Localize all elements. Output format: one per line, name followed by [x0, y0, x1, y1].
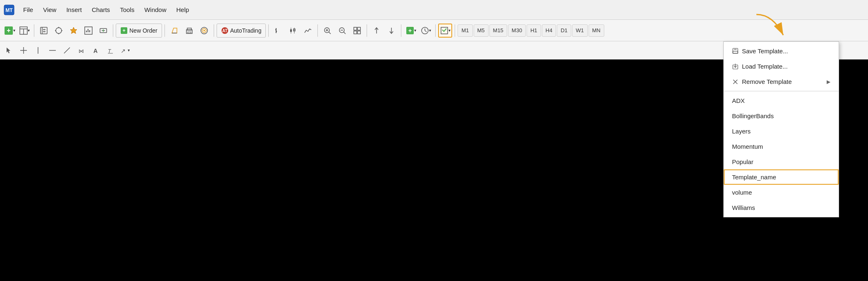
star-btn[interactable] [67, 24, 81, 38]
dropdown-williams[interactable]: Williams [724, 200, 839, 215]
sep5 [268, 24, 269, 37]
sep6 [317, 24, 318, 37]
hline-btn[interactable] [46, 44, 59, 57]
tf-w1[interactable]: W1 [572, 24, 588, 37]
window-btn[interactable]: ▾ [17, 24, 31, 38]
layers-label: Layers [732, 128, 751, 135]
menu-bar: MT File View Insert Charts Tools Window … [0, 0, 868, 20]
adx-label: ADX [732, 97, 745, 104]
eraser-btn[interactable] [167, 24, 181, 38]
svg-text:⋈: ⋈ [79, 48, 84, 54]
navigator-btn[interactable] [37, 24, 51, 38]
svg-text:AT: AT [222, 29, 227, 33]
candle-chart-btn[interactable] [286, 24, 300, 38]
vline-btn[interactable] [31, 44, 45, 57]
tf-m30[interactable]: M30 [508, 24, 526, 37]
scroll-left-btn[interactable] [370, 24, 384, 38]
dropdown-momentum[interactable]: Momentum [724, 139, 839, 154]
zoom-in-btn[interactable] [320, 24, 334, 38]
radio-btn[interactable] [197, 24, 211, 38]
svg-rect-29 [187, 28, 191, 30]
svg-rect-52 [354, 31, 357, 34]
new-order-btn[interactable]: + New Order [116, 24, 162, 38]
svg-line-67 [64, 48, 70, 53]
tf-m1[interactable]: M1 [458, 24, 472, 37]
sep7 [367, 24, 367, 37]
trendline-btn[interactable] [60, 44, 74, 57]
menu-file[interactable]: File [18, 5, 38, 15]
svg-rect-50 [354, 27, 357, 30]
menu-view[interactable]: View [38, 5, 61, 15]
remove-icon [732, 79, 739, 85]
menu-window[interactable]: Window [139, 5, 171, 15]
sep2 [113, 24, 113, 37]
tf-m15[interactable]: M15 [489, 24, 507, 37]
remove-template-label: Remove Template [742, 78, 792, 85]
crosshair2-btn[interactable] [17, 44, 30, 57]
crosshair-btn[interactable] [52, 24, 66, 38]
tf-h4[interactable]: H4 [542, 24, 556, 37]
text-btn[interactable]: A [89, 44, 103, 57]
dropdown-remove-template[interactable]: Remove Template ▶ [724, 74, 839, 89]
svg-rect-7 [41, 27, 47, 34]
menu-charts[interactable]: Charts [87, 5, 115, 15]
volume-label: volume [732, 189, 752, 196]
svg-rect-9 [43, 29, 45, 30]
overview-btn[interactable] [81, 24, 95, 38]
tf-d1[interactable]: D1 [557, 24, 571, 37]
print-btn[interactable] [182, 24, 196, 38]
menu-tools[interactable]: Tools [115, 5, 139, 15]
tf-h1[interactable]: H1 [527, 24, 541, 37]
svg-text:↗: ↗ [121, 48, 126, 54]
new-chart-btn[interactable]: + ▾ [2, 24, 17, 38]
svg-marker-16 [70, 27, 77, 33]
main-toolbar: + ▾ ▾ [0, 20, 868, 41]
arrow-btn[interactable]: ↗ ▾ [118, 44, 131, 57]
tf-m5[interactable]: M5 [474, 24, 489, 37]
dropdown-template-name[interactable]: Template_name [724, 169, 839, 185]
menu-help[interactable]: Help [172, 5, 194, 15]
svg-line-49 [343, 32, 346, 34]
dropdown-volume[interactable]: volume [724, 185, 839, 200]
svg-point-33 [203, 30, 205, 31]
bar-chart-btn[interactable] [271, 24, 285, 38]
text2-btn[interactable]: T [104, 44, 117, 57]
scroll-right-btn[interactable] [384, 24, 398, 38]
svg-marker-26 [172, 28, 177, 33]
grid-btn[interactable] [350, 24, 364, 38]
tf-mn[interactable]: MN [589, 24, 604, 37]
svg-text:A: A [93, 48, 98, 54]
svg-rect-30 [188, 32, 191, 33]
svg-rect-53 [358, 31, 360, 34]
cursor-btn[interactable] [2, 44, 16, 57]
load-icon [732, 63, 739, 70]
dropdown-bollinger[interactable]: BollingerBands [724, 108, 839, 124]
load-template-label: Load Template... [742, 63, 788, 70]
save-template-label: Save Template... [742, 48, 788, 55]
sep9 [435, 24, 436, 37]
pitchfork-btn[interactable]: ⋈ [75, 44, 88, 57]
williams-label: Williams [732, 204, 755, 211]
dropdown-load-template[interactable]: Load Template... [724, 59, 839, 74]
indicator-add-btn[interactable]: + ▾ [404, 24, 418, 38]
dropdown-divider-1 [724, 91, 839, 91]
clock-btn[interactable]: ▾ [419, 24, 433, 38]
dropdown-save-template[interactable]: Save Template... [724, 43, 839, 59]
momentum-label: Momentum [732, 143, 763, 150]
menu-insert[interactable]: Insert [61, 5, 87, 15]
svg-rect-10 [43, 31, 45, 32]
svg-rect-76 [733, 51, 738, 53]
save-icon [732, 48, 739, 55]
zoom-in-btn2[interactable] [96, 24, 110, 38]
zoom-out-btn[interactable] [335, 24, 349, 38]
autotrading-btn[interactable]: AT AutoTrading [217, 24, 266, 38]
svg-line-46 [329, 32, 331, 34]
line-chart-btn[interactable] [301, 24, 315, 38]
svg-text:+: + [122, 28, 125, 33]
template-btn[interactable]: ▾ [438, 24, 452, 38]
dropdown-layers[interactable]: Layers [724, 124, 839, 139]
svg-rect-51 [358, 27, 360, 30]
template-name-label: Template_name [732, 174, 776, 181]
dropdown-adx[interactable]: ADX [724, 93, 839, 108]
dropdown-popular[interactable]: Popular [724, 154, 839, 169]
